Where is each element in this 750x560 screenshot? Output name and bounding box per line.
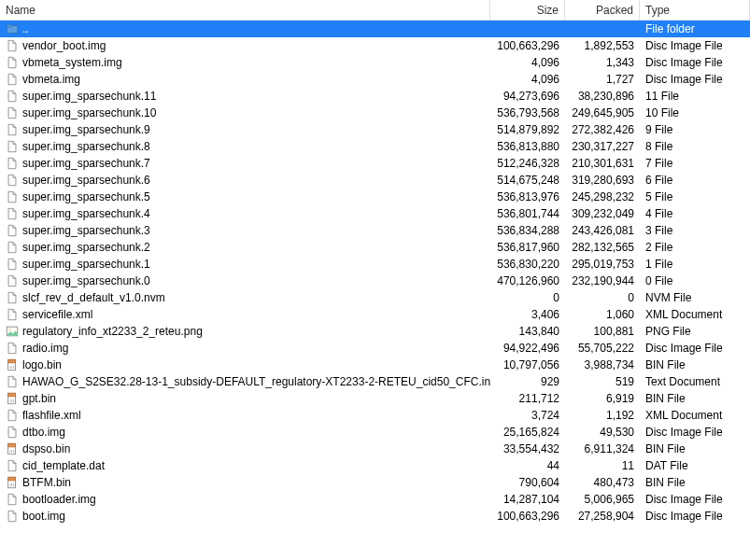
file-row[interactable]: super.img_sparsechunk.1194,273,69638,230… — [0, 88, 750, 105]
file-type: 7 File — [640, 155, 750, 172]
file-row[interactable]: super.img_sparsechunk.3536,834,288243,42… — [0, 222, 750, 239]
file-name: super.img_sparsechunk.8 — [22, 140, 150, 153]
file-type: Text Document — [640, 373, 750, 390]
file-type: 4 File — [640, 205, 750, 222]
file-row[interactable]: super.img_sparsechunk.8536,813,880230,31… — [0, 138, 750, 155]
file-packed: 3,988,734 — [565, 357, 640, 373]
file-name-cell: super.img_sparsechunk.4 — [0, 205, 490, 222]
file-size: 536,834,288 — [490, 222, 565, 239]
file-type: NVM File — [640, 289, 750, 306]
file-type: 0 File — [640, 273, 750, 289]
file-name: dtbo.img — [22, 426, 65, 439]
file-name-cell: servicefile.xml — [0, 306, 490, 323]
file-type: 3 File — [640, 222, 750, 239]
file-row[interactable]: super.img_sparsechunk.2536,817,960282,13… — [0, 239, 750, 256]
file-row[interactable]: super.img_sparsechunk.1536,830,220295,01… — [0, 256, 750, 273]
file-name-cell: radio.img — [0, 340, 490, 357]
file-name: super.img_sparsechunk.5 — [22, 190, 150, 203]
file-row[interactable]: super.img_sparsechunk.0470,126,960232,19… — [0, 273, 750, 289]
file-type: Disc Image File — [640, 424, 750, 441]
file-row[interactable]: bootloader.img14,287,1045,006,965Disc Im… — [0, 491, 750, 508]
file-row[interactable]: regulatory_info_xt2233_2_reteu.png143,84… — [0, 323, 750, 340]
file-row[interactable]: super.img_sparsechunk.9514,879,892272,38… — [0, 121, 750, 138]
file-name-cell: cid_template.dat — [0, 457, 490, 474]
folder-up-icon — [6, 22, 19, 35]
file-icon — [6, 510, 19, 523]
file-name-cell: super.img_sparsechunk.9 — [0, 121, 490, 138]
column-header-size[interactable]: Size — [490, 0, 565, 20]
file-name-cell: vbmeta.img — [0, 71, 490, 88]
file-size: 514,675,248 — [490, 172, 565, 189]
file-name-cell: 01logo.bin — [0, 357, 490, 373]
svg-rect-14 — [8, 477, 16, 481]
file-packed: 480,473 — [565, 474, 640, 491]
file-row[interactable]: HAWAO_G_S2SE32.28-13-1_subsidy-DEFAULT_r… — [0, 373, 750, 390]
column-header-packed[interactable]: Packed — [565, 0, 640, 20]
file-packed: 1,892,553 — [565, 37, 640, 54]
file-name: cid_template.dat — [22, 459, 105, 472]
file-row[interactable]: cid_template.dat4411DAT File — [0, 457, 750, 474]
file-row[interactable]: 01logo.bin10,797,0563,988,734BIN File — [0, 357, 750, 373]
file-row[interactable]: 01BTFM.bin790,604480,473BIN File — [0, 474, 750, 491]
file-packed: 49,530 — [565, 424, 640, 441]
file-packed: 1,727 — [565, 71, 640, 88]
file-row[interactable]: ..File folder — [0, 21, 750, 37]
file-row[interactable]: boot.img100,663,29627,258,904Disc Image … — [0, 508, 750, 525]
file-row[interactable]: super.img_sparsechunk.6514,675,248319,28… — [0, 172, 750, 189]
file-size: 10,797,056 — [490, 357, 565, 373]
svg-rect-8 — [8, 393, 16, 397]
file-icon — [6, 241, 19, 254]
file-row[interactable]: slcf_rev_d_default_v1.0.nvm00NVM File — [0, 289, 750, 306]
file-packed: 272,382,426 — [565, 121, 640, 138]
file-type: Disc Image File — [640, 508, 750, 525]
column-header-type[interactable]: Type — [640, 0, 750, 20]
file-name-cell: vendor_boot.img — [0, 37, 490, 54]
file-type: Disc Image File — [640, 71, 750, 88]
file-type: XML Document — [640, 306, 750, 323]
file-size: 536,813,880 — [490, 138, 565, 155]
file-icon — [6, 157, 19, 170]
file-packed: 0 — [565, 289, 640, 306]
file-row[interactable]: vbmeta.img4,0961,727Disc Image File — [0, 71, 750, 88]
file-row[interactable]: flashfile.xml3,7241,192XML Document — [0, 407, 750, 424]
file-size: 536,830,220 — [490, 256, 565, 273]
file-row[interactable]: 01dspso.bin33,554,4326,911,324BIN File — [0, 441, 750, 457]
file-name: super.img_sparsechunk.0 — [22, 274, 150, 287]
file-size: 3,406 — [490, 306, 565, 323]
file-icon — [6, 426, 19, 439]
file-name-cell: super.img_sparsechunk.3 — [0, 222, 490, 239]
file-size: 14,287,104 — [490, 491, 565, 508]
file-packed: 282,132,565 — [565, 239, 640, 256]
file-type: 10 File — [640, 105, 750, 121]
file-row[interactable]: servicefile.xml3,4061,060XML Document — [0, 306, 750, 323]
file-row[interactable]: super.img_sparsechunk.10536,793,568249,6… — [0, 105, 750, 121]
file-row[interactable]: super.img_sparsechunk.4536,801,744309,23… — [0, 205, 750, 222]
file-size: 514,879,892 — [490, 121, 565, 138]
file-icon — [6, 56, 19, 69]
file-row[interactable]: super.img_sparsechunk.7512,246,328210,30… — [0, 155, 750, 172]
file-list: ..File foldervendor_boot.img100,663,2961… — [0, 21, 750, 525]
file-name-cell: HAWAO_G_S2SE32.28-13-1_subsidy-DEFAULT_r… — [0, 373, 490, 390]
file-row[interactable]: dtbo.img25,165,82449,530Disc Image File — [0, 424, 750, 441]
file-size: 4,096 — [490, 54, 565, 71]
file-icon — [6, 140, 19, 153]
file-row[interactable]: 01gpt.bin211,7126,919BIN File — [0, 390, 750, 407]
file-size: 33,554,432 — [490, 441, 565, 457]
column-header-name[interactable]: Name — [0, 0, 490, 20]
file-icon — [6, 291, 19, 304]
file-row[interactable]: super.img_sparsechunk.5536,813,976245,29… — [0, 189, 750, 205]
file-row[interactable]: radio.img94,922,49655,705,222Disc Image … — [0, 340, 750, 357]
file-packed: 295,019,753 — [565, 256, 640, 273]
file-row[interactable]: vendor_boot.img100,663,2961,892,553Disc … — [0, 37, 750, 54]
file-name: gpt.bin — [22, 392, 56, 405]
file-name: vendor_boot.img — [22, 39, 106, 52]
file-name: super.img_sparsechunk.7 — [22, 157, 150, 170]
svg-text:01: 01 — [10, 483, 15, 487]
file-type: Disc Image File — [640, 491, 750, 508]
file-row[interactable]: vbmeta_system.img4,0961,343Disc Image Fi… — [0, 54, 750, 71]
file-name-cell: 01gpt.bin — [0, 390, 490, 407]
file-icon — [6, 409, 19, 422]
file-name: vbmeta.img — [22, 73, 80, 86]
file-name-cell: super.img_sparsechunk.6 — [0, 172, 490, 189]
file-size: 929 — [490, 373, 565, 390]
